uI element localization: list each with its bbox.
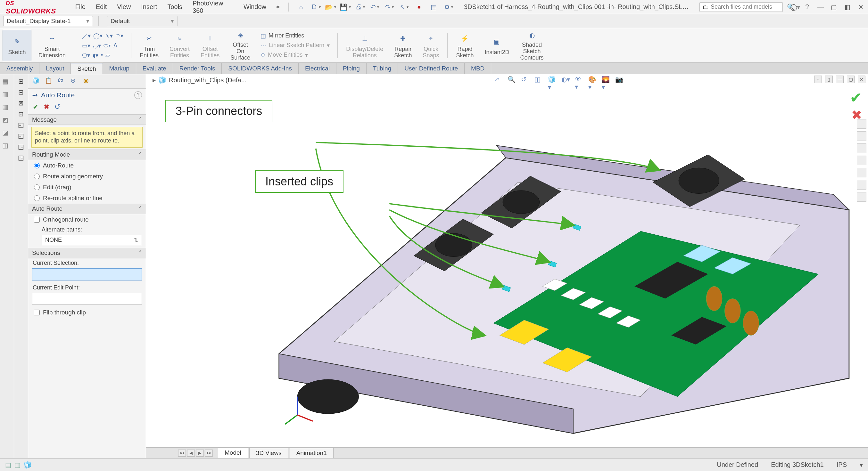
check-flip-through-clip[interactable]: Flip through clip: [28, 307, 146, 318]
menu-window[interactable]: Window: [239, 2, 271, 12]
status-icon[interactable]: ▤: [5, 461, 11, 469]
view-tab-3dviews[interactable]: 3D Views: [249, 448, 288, 458]
ribbon-offset-surface[interactable]: ◈ Offset On Surface: [226, 30, 254, 61]
cancel-icon[interactable]: ✖: [43, 103, 49, 111]
home-icon[interactable]: ⌂: [297, 3, 306, 11]
vp-home-icon[interactable]: ⌂: [814, 75, 822, 83]
help-icon[interactable]: ?: [803, 3, 812, 11]
radio-edit-drag[interactable]: Edit (drag): [28, 182, 146, 193]
breadcrumb-expand-icon[interactable]: ▸: [153, 76, 156, 84]
scroll-first-icon[interactable]: ⏮: [178, 449, 186, 457]
scroll-prev-icon[interactable]: ◀: [187, 449, 195, 457]
radio-reroute-input[interactable]: [34, 195, 40, 201]
tab-render-tools[interactable]: Render Tools: [173, 63, 222, 74]
menu-tools[interactable]: Tools: [163, 2, 187, 12]
tab-mbd[interactable]: MBD: [465, 63, 491, 74]
property-manager-icon[interactable]: 📋: [45, 77, 54, 86]
scroll-last-icon[interactable]: ⏭: [205, 449, 213, 457]
tab-electrical[interactable]: Electrical: [299, 63, 336, 74]
undo-route-icon[interactable]: ↺: [55, 103, 60, 111]
ribbon-shaded[interactable]: ◐ Shaded Sketch Contours: [517, 30, 548, 61]
ribbon-display-delete[interactable]: ⊥ Display/Delete Relations: [342, 30, 387, 61]
status-units[interactable]: IPS: [837, 461, 847, 468]
zoom-area-icon[interactable]: 🔍: [507, 75, 517, 85]
close-icon[interactable]: ✕: [857, 3, 865, 11]
section-routing-mode[interactable]: Routing Mode ˄: [28, 149, 146, 160]
strip-icon[interactable]: ◩: [2, 116, 12, 126]
scroll-next-icon[interactable]: ▶: [196, 449, 204, 457]
taskpane-icon[interactable]: [857, 180, 866, 190]
dimxpert-icon[interactable]: ⊕: [70, 77, 80, 86]
select-icon[interactable]: ↖: [400, 3, 409, 11]
strip-icon[interactable]: ⊟: [18, 88, 24, 96]
user-icon[interactable]: ◯: [789, 3, 798, 11]
vp-minimize-icon[interactable]: —: [836, 75, 844, 83]
minimize-icon[interactable]: —: [816, 3, 825, 11]
hide-show-icon[interactable]: 👁▾: [575, 75, 584, 85]
taskpane-icon[interactable]: [857, 156, 866, 165]
orientation-icon[interactable]: 🧊▾: [548, 75, 557, 85]
point-icon[interactable]: •: [101, 52, 103, 59]
taskpane-icon[interactable]: [857, 168, 866, 177]
menu-insert[interactable]: Insert: [136, 2, 161, 12]
view-tab-animation[interactable]: Animation1: [290, 448, 334, 458]
tab-addins[interactable]: SOLIDWORKS Add-Ins: [222, 63, 299, 74]
tab-user-route[interactable]: User Defined Route: [398, 63, 465, 74]
ribbon-linear-pattern[interactable]: ⋯ Linear Sketch Pattern ▾: [260, 42, 330, 49]
section-auto-route[interactable]: Auto Route ˄: [28, 204, 146, 214]
ribbon-mirror[interactable]: ◫ Mirror Entities: [260, 32, 304, 39]
new-doc-icon[interactable]: 🗋: [311, 3, 320, 11]
tab-sketch[interactable]: Sketch: [71, 63, 102, 74]
ribbon-convert[interactable]: ⤿ Convert Entities: [166, 30, 193, 61]
tab-assembly[interactable]: Assembly: [0, 63, 39, 74]
text-icon[interactable]: A: [114, 42, 117, 49]
slot-icon[interactable]: ◖▾: [93, 52, 98, 59]
strip-icon[interactable]: ▦: [2, 103, 12, 113]
arc-icon[interactable]: ◡▾: [93, 42, 101, 49]
search-box[interactable]: 🗀 🔍 ▾: [700, 2, 783, 12]
configuration-combo[interactable]: Default ▾: [107, 16, 178, 26]
display-state-combo[interactable]: Default_Display State-1 ▾: [3, 16, 93, 26]
radio-auto-route-input[interactable]: [34, 163, 40, 168]
radio-reroute[interactable]: Re-route spline or line: [28, 193, 146, 204]
strip-icon[interactable]: ⊡: [18, 110, 24, 118]
ribbon-instant2d[interactable]: ▣ Instant2D: [480, 30, 513, 61]
ribbon-repair[interactable]: ✚ Repair Sketch: [390, 30, 415, 61]
prev-view-icon[interactable]: ↺: [521, 75, 530, 85]
line-icon[interactable]: ／▾: [82, 32, 91, 40]
section-view-icon[interactable]: ◫: [534, 75, 544, 85]
strip-icon[interactable]: ◲: [18, 143, 24, 150]
view-tab-model[interactable]: Model: [218, 448, 248, 458]
menu-view[interactable]: View: [113, 2, 135, 12]
check-orthogonal-input[interactable]: [34, 217, 40, 223]
zoom-fit-icon[interactable]: ⤢: [494, 75, 503, 85]
ribbon-quick-snaps[interactable]: ✦ Quick Snaps: [419, 30, 443, 61]
display-style-icon[interactable]: ◐▾: [561, 75, 570, 85]
radio-auto-route[interactable]: Auto-Route: [28, 160, 146, 171]
feature-breadcrumb[interactable]: ▸ 🧊 Routing_with_Clips (Defa...: [153, 76, 246, 84]
rect-icon[interactable]: ▭▾: [82, 42, 90, 49]
strip-icon[interactable]: ◪: [2, 129, 12, 138]
radio-route-along-input[interactable]: [34, 173, 40, 179]
taskpane-icon[interactable]: [857, 143, 866, 153]
search-input[interactable]: [711, 3, 785, 10]
ribbon-offset[interactable]: ⫴ Offset Entities: [197, 30, 223, 61]
strip-icon[interactable]: ⊠: [18, 99, 24, 107]
plane-icon[interactable]: ▱: [105, 52, 110, 59]
current-selection-field[interactable]: [32, 268, 142, 280]
rebuild-icon[interactable]: ▤: [429, 3, 438, 11]
menu-photoview[interactable]: PhotoView 360: [188, 0, 238, 16]
polygon-icon[interactable]: ⬠▾: [82, 52, 90, 59]
alternate-paths-combo[interactable]: NONE ⇅: [42, 235, 142, 245]
pm-help-icon[interactable]: ?: [134, 91, 142, 99]
strip-icon[interactable]: ◳: [18, 154, 24, 161]
options-icon[interactable]: ⚙: [444, 3, 453, 11]
check-flip-input[interactable]: [34, 310, 40, 315]
strip-icon[interactable]: ◱: [18, 132, 24, 140]
tab-tubing[interactable]: Tubing: [367, 63, 398, 74]
scene-icon[interactable]: 🌄▾: [602, 75, 611, 85]
radio-route-along[interactable]: Route along geometry: [28, 171, 146, 182]
strip-icon[interactable]: ▥: [2, 90, 12, 100]
feature-tree-icon[interactable]: 🧊: [32, 77, 41, 86]
tab-markup[interactable]: Markup: [103, 63, 136, 74]
